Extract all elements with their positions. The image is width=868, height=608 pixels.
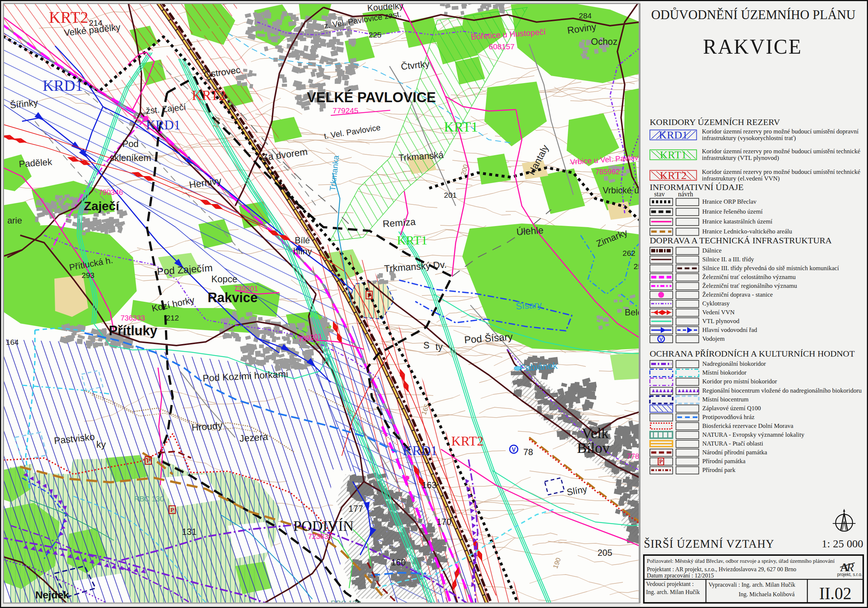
- svg-text:Hranice řešeného území: Hranice řešeného území: [702, 208, 763, 215]
- svg-text:NATURA - Ptačí oblasti: NATURA - Ptačí oblasti: [702, 440, 763, 447]
- svg-text:KRT2: KRT2: [660, 169, 687, 181]
- svg-text:Přírodní památka: Přírodní památka: [702, 458, 746, 465]
- svg-text:Vypracovali : Ing. arch. Milan: Vypracovali : Ing. arch. Milan Hučík: [708, 582, 795, 588]
- svg-text:ŠIRŠÍ ÚZEMNÍ VZTAHY: ŠIRŠÍ ÚZEMNÍ VZTAHY: [644, 537, 774, 550]
- svg-text:návrh: návrh: [678, 191, 693, 198]
- svg-text:608157: 608157: [489, 42, 515, 51]
- svg-text:Dálnice: Dálnice: [702, 247, 722, 254]
- svg-text:Místní biocentrum: Místní biocentrum: [702, 396, 749, 403]
- svg-text:Vodojem: Vodojem: [702, 335, 725, 342]
- svg-text:Přítluky: Přítluky: [109, 323, 157, 338]
- svg-text:1: 25 000: 1: 25 000: [822, 537, 863, 549]
- svg-text:P: P: [170, 507, 174, 513]
- svg-text:Jezera: Jezera: [239, 431, 268, 444]
- svg-text:Vedení VVN: Vedení VVN: [702, 309, 735, 316]
- svg-text:RAKVICE: RAKVICE: [703, 35, 802, 58]
- svg-text:infrastruktury (vysokorychlost: infrastruktury (vysokorychlostní trať): [702, 135, 796, 141]
- svg-text:Pod: Pod: [122, 139, 138, 149]
- svg-text:Přírodní park: Přírodní park: [702, 467, 736, 473]
- svg-text:723835: 723835: [308, 532, 333, 540]
- svg-text:KRT2: KRT2: [192, 87, 226, 103]
- svg-text:VTL plynovod: VTL plynovod: [702, 318, 739, 324]
- svg-text:Datum zpracování : 12/2015: Datum zpracování : 12/2015: [647, 572, 714, 579]
- svg-text:164: 164: [6, 338, 19, 346]
- svg-text:739201: 739201: [234, 284, 258, 293]
- svg-text:131: 131: [182, 527, 197, 537]
- svg-text:V: V: [512, 447, 516, 453]
- svg-text:Protipovodňová hráz: Protipovodňová hráz: [702, 414, 755, 420]
- svg-text:II.02: II.02: [819, 584, 851, 603]
- svg-text:Koridor územní rezervy pro mož: Koridor územní rezervy pro možné budoucí…: [702, 148, 860, 155]
- svg-text:205: 205: [598, 548, 612, 558]
- svg-text:PODIVÍN: PODIVÍN: [293, 518, 353, 534]
- svg-text:KORIDORY ÚZEMNÍCH REZERV: KORIDORY ÚZEMNÍCH REZERV: [650, 117, 780, 127]
- svg-text:Kopce: Kopce: [211, 274, 237, 284]
- svg-text:790346: 790346: [99, 188, 123, 196]
- svg-text:hlíny: hlíny: [293, 246, 312, 256]
- svg-text:KRT1: KRT1: [660, 149, 687, 161]
- svg-text:Nejdek: Nejdek: [35, 589, 69, 601]
- svg-text:284: 284: [579, 11, 592, 20]
- svg-text:225: 225: [369, 31, 381, 39]
- svg-text:ky: ky: [96, 439, 106, 450]
- svg-text:infrastruktury (VTL plynovod): infrastruktury (VTL plynovod): [702, 154, 779, 161]
- svg-text:projekt, s.r.o.: projekt, s.r.o.: [837, 572, 862, 577]
- svg-text:Záplavové území Q100: Záplavové území Q100: [702, 405, 761, 412]
- svg-text:Vrbické úl: Vrbické úl: [603, 185, 641, 195]
- svg-text:KRD1: KRD1: [403, 443, 437, 458]
- svg-text:170: 170: [437, 517, 451, 527]
- svg-text:78: 78: [523, 447, 533, 457]
- svg-text:Hranice katastrálních území: Hranice katastrálních území: [702, 218, 772, 225]
- svg-text:arie: arie: [7, 216, 22, 225]
- svg-text:skleníkem: skleníkem: [110, 152, 151, 163]
- svg-text:Železniční trať regionálního v: Železniční trať regionálního významu: [702, 282, 797, 289]
- svg-text:Železniční trať celostátního v: Železniční trať celostátního významu: [702, 273, 796, 281]
- svg-text:Remíza: Remíza: [382, 216, 416, 230]
- svg-text:Silnice II. a III. třídy: Silnice II. a III. třídy: [702, 256, 754, 263]
- svg-text:160: 160: [391, 557, 406, 567]
- svg-text:KRT1: KRT1: [397, 233, 428, 247]
- svg-text:Hranice ORP Břeclav: Hranice ORP Břeclav: [702, 198, 756, 205]
- svg-text:KRT1: KRT1: [444, 119, 478, 135]
- svg-text:KRT2: KRT2: [49, 8, 88, 26]
- svg-text:262: 262: [623, 249, 636, 257]
- svg-text:P: P: [146, 457, 150, 464]
- svg-text:Biosferická rezervace Dolní Mo: Biosferická rezervace Dolní Morava: [702, 422, 794, 430]
- svg-text:OCHRANA PŘÍRODNÍCH A KULTURNÍC: OCHRANA PŘÍRODNÍCH A KULTURNÍCH HODNOT: [650, 349, 855, 358]
- svg-text:Bílov: Bílov: [577, 440, 610, 456]
- svg-text:Místní biokoridor: Místní biokoridor: [702, 369, 747, 376]
- svg-text:Hlavní vodovodní řad: Hlavní vodovodní řad: [702, 326, 757, 333]
- svg-text:Úlehle: Úlehle: [516, 225, 544, 237]
- svg-text:Koridor územní rezervy pro mož: Koridor územní rezervy pro možné budoucí…: [702, 168, 860, 175]
- svg-text:736333: 736333: [121, 314, 145, 322]
- svg-text:177: 177: [349, 504, 363, 513]
- svg-text:KRD1: KRD1: [659, 129, 688, 141]
- svg-text:Cyklotrasy: Cyklotrasy: [702, 300, 730, 307]
- svg-text:stav: stav: [654, 191, 665, 198]
- svg-text:Regionální biocentrum vložené: Regionální biocentrum vložené do nadregi…: [702, 387, 862, 394]
- svg-text:Zaječí: Zaječí: [84, 199, 120, 213]
- svg-text:Národní přírodní památka: Národní přírodní památka: [702, 449, 767, 456]
- svg-text:Vedoucí projektant :: Vedoucí projektant :: [646, 581, 694, 588]
- svg-text:Ochoz: Ochoz: [591, 36, 617, 47]
- svg-text:Projektant : AR projekt, s.r.o: Projektant : AR projekt, s.r.o., Hviezdo…: [647, 566, 796, 573]
- svg-text:NATURA - Evropsky významné lok: NATURA - Evropsky významné lokality: [702, 431, 804, 438]
- svg-text:201: 201: [444, 191, 457, 199]
- svg-text:Bílé: Bílé: [295, 235, 310, 245]
- svg-text:VELKÉ PAVLOVICE: VELKÉ PAVLOVICE: [307, 89, 436, 105]
- svg-text:785962: 785962: [595, 168, 620, 176]
- svg-text:KRD1: KRD1: [43, 77, 83, 94]
- svg-text:KRT2: KRT2: [451, 434, 484, 448]
- svg-text:Šísary: Šísary: [515, 299, 542, 311]
- svg-text:ty: ty: [436, 341, 443, 352]
- svg-text:163: 163: [422, 480, 437, 490]
- svg-text:Koridor pro místní biokoridor: Koridor pro místní biokoridor: [702, 378, 777, 385]
- svg-text:Hroudy: Hroudy: [191, 420, 223, 433]
- svg-text:DOPRAVA A TECHNICKÁ INFRASTRUK: DOPRAVA A TECHNICKÁ INFRASTRUKTURA: [650, 236, 832, 245]
- svg-text:Velk: Velk: [582, 425, 609, 442]
- svg-text:Ing. arch. Milan Hučík: Ing. arch. Milan Hučík: [646, 589, 700, 596]
- svg-text:KRD1: KRD1: [146, 118, 180, 132]
- svg-text:P: P: [659, 458, 663, 465]
- svg-text:Železniční doprava - stanice: Železniční doprava - stanice: [702, 291, 773, 298]
- svg-text:Pořizovatel: Městský úřad Břec: Pořizovatel: Městský úřad Břeclav, odbor…: [647, 558, 835, 564]
